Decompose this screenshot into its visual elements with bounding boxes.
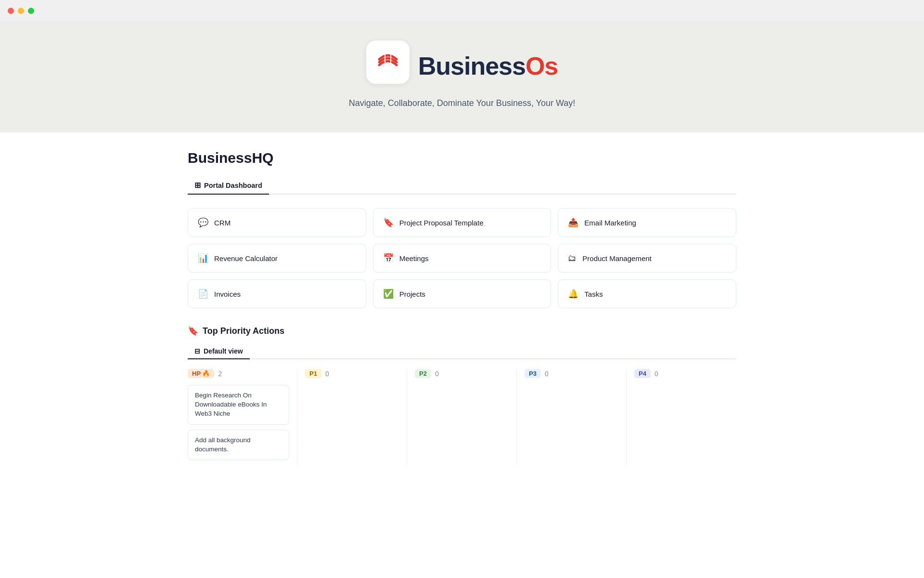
priority-badge-p3: P3 (525, 369, 541, 378)
priority-label-p1: P1 0 (305, 369, 399, 378)
priority-section-title: Top Priority Actions (203, 326, 284, 336)
invoices-icon: 📄 (198, 289, 208, 299)
meetings-icon: 📅 (383, 253, 394, 263)
card-invoices[interactable]: 📄 Invoices (188, 279, 366, 308)
priority-count-p3: 0 (545, 370, 549, 378)
priority-count-p1: 0 (325, 370, 329, 378)
priority-label-hp: HP 🔥 2 (188, 369, 289, 378)
card-meetings-label: Meetings (399, 254, 429, 263)
priority-section-header: 🔖 Top Priority Actions (188, 326, 736, 336)
task-card-1[interactable]: Begin Research On Downloadable eBooks In… (188, 385, 289, 425)
card-email-marketing[interactable]: 📤 Email Marketing (558, 208, 736, 237)
priority-col-hp: HP 🔥 2 Begin Research On Downloadable eB… (188, 369, 297, 465)
product-management-icon: 🗂 (568, 253, 577, 263)
priority-badge-p1: P1 (305, 369, 321, 378)
tasks-icon: 🔔 (568, 289, 578, 299)
main-content: BusinessHQ ⊞ Portal Dashboard 💬 CRM 🔖 Pr… (149, 132, 775, 494)
card-tasks-label: Tasks (584, 290, 603, 298)
priority-label-p4: P4 0 (634, 369, 729, 378)
card-projects[interactable]: ✅ Projects (373, 279, 552, 308)
card-crm-label: CRM (214, 219, 231, 227)
tab-portal-dashboard[interactable]: ⊞ Portal Dashboard (188, 177, 269, 195)
sub-tab-default-view[interactable]: ⊟ Default view (188, 344, 250, 359)
brand-name: BusinessOs (418, 53, 558, 79)
sub-tab-default-view-label: Default view (204, 347, 243, 355)
revenue-calculator-icon: 📊 (198, 253, 208, 263)
page-title: BusinessHQ (188, 150, 736, 166)
card-revenue-calculator[interactable]: 📊 Revenue Calculator (188, 244, 366, 273)
card-tasks[interactable]: 🔔 Tasks (558, 279, 736, 308)
priority-label-p3: P3 0 (525, 369, 618, 378)
priority-badge-hp: HP 🔥 (188, 369, 214, 378)
grid-icon: ⊞ (194, 181, 201, 190)
project-proposal-icon: 🔖 (383, 217, 394, 228)
card-crm[interactable]: 💬 CRM (188, 208, 366, 237)
card-product-management[interactable]: 🗂 Product Management (558, 244, 736, 273)
titlebar (0, 0, 924, 21)
email-marketing-icon: 📤 (568, 217, 578, 228)
tab-portal-dashboard-label: Portal Dashboard (204, 182, 262, 189)
card-projects-label: Projects (399, 290, 425, 298)
priority-col-p3: P3 0 (517, 369, 627, 465)
priority-label-p2: P2 0 (415, 369, 509, 378)
close-button[interactable] (8, 8, 14, 14)
hero-tagline: Navigate, Collaborate, Dominate Your Bus… (349, 98, 576, 108)
projects-icon: ✅ (383, 289, 394, 299)
priority-col-p4: P4 0 (627, 369, 736, 465)
brand-business: Business (418, 52, 526, 80)
priority-count-p2: 0 (435, 370, 439, 378)
card-project-proposal-label: Project Proposal Template (399, 219, 484, 227)
priority-section-icon: 🔖 (188, 326, 198, 336)
priority-badge-p4: P4 (634, 369, 651, 378)
priority-columns: HP 🔥 2 Begin Research On Downloadable eB… (188, 369, 736, 465)
maximize-button[interactable] (28, 8, 34, 14)
brand-os: Os (526, 52, 558, 80)
card-project-proposal[interactable]: 🔖 Project Proposal Template (373, 208, 552, 237)
priority-count-p4: 0 (654, 370, 658, 378)
minimize-button[interactable] (18, 8, 24, 14)
card-revenue-calculator-label: Revenue Calculator (214, 254, 278, 263)
logo-wrap (366, 40, 410, 84)
sub-tab-icon: ⊟ (194, 347, 200, 355)
crm-icon: 💬 (198, 217, 208, 228)
priority-count-hp: 2 (218, 370, 222, 378)
card-meetings[interactable]: 📅 Meetings (373, 244, 552, 273)
logo-icon (375, 49, 401, 75)
priority-col-p1: P1 0 (297, 369, 407, 465)
hero-banner: BusinessOs Navigate, Collaborate, Domina… (0, 21, 924, 132)
card-product-management-label: Product Management (582, 254, 651, 263)
card-invoices-label: Invoices (214, 290, 241, 298)
sub-tab-bar: ⊟ Default view (188, 343, 736, 359)
priority-col-p2: P2 0 (407, 369, 517, 465)
priority-badge-p2: P2 (415, 369, 431, 378)
card-email-marketing-label: Email Marketing (584, 219, 636, 227)
cards-grid: 💬 CRM 🔖 Project Proposal Template 📤 Emai… (188, 208, 736, 308)
task-card-2[interactable]: Add all background documents. (188, 430, 289, 460)
tab-bar: ⊞ Portal Dashboard (188, 176, 736, 195)
